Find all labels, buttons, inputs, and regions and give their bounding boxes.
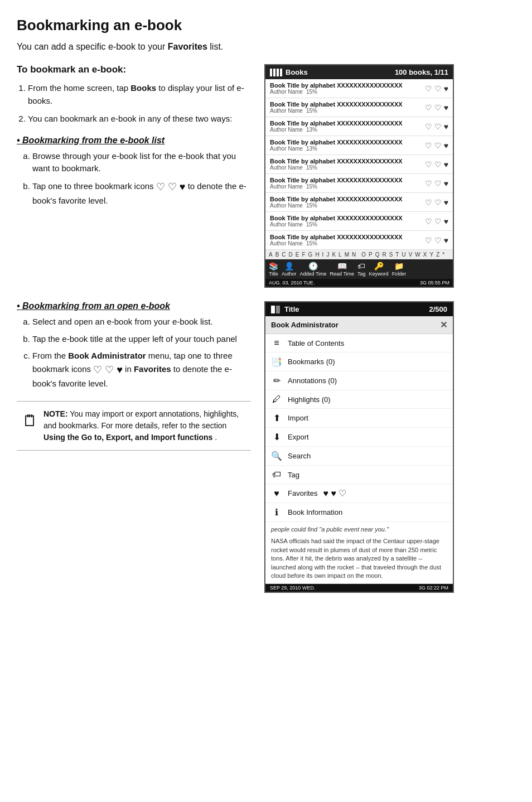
sub-step-1b: Tap one to three bookmark icons ♡ ♡ ♥ to…: [32, 180, 251, 207]
note-text: You may import or export annotations, hi…: [43, 409, 239, 430]
note-icon: 🗒: [22, 409, 38, 433]
bookmarks-icon: 📑: [271, 356, 282, 367]
note-bold-text: Using the Go to, Export, and Import func…: [43, 433, 212, 442]
menu-label-book-info: Book Information: [288, 508, 342, 516]
right-column-top: Books 100 books, 1/11 Book Title by alph…: [264, 64, 515, 288]
right-column-bottom: Title 2/500 Book Administrator ✕ ≡ Table…: [264, 301, 515, 593]
favorites-label: Favorites: [288, 489, 317, 497]
nav-tag[interactable]: 🏷 Tag: [357, 262, 366, 277]
main-layout: To bookmark an e-book: From the home scr…: [17, 64, 515, 288]
sub-step-2a: Select and open an e-book from your e-bo…: [32, 316, 251, 328]
list-item[interactable]: Book Title by alphabet XXXXXXXXXXXXXXXX …: [265, 136, 453, 155]
bottom-layout: • Bookmarking from an open e-book Select…: [17, 301, 515, 593]
device-books-title: Books: [286, 68, 308, 76]
note-end: .: [215, 433, 217, 442]
title-bar-icon: Title: [271, 305, 299, 313]
book-list: Book Title by alphabet XXXXXXXXXXXXXXXX …: [265, 79, 453, 250]
device-date-2: SEP 29, 2010 WED.: [270, 585, 315, 591]
menu-label-highlights: Highlights (0): [288, 395, 331, 404]
alpha-bar[interactable]: ABC DEF GHI JKL MN OPQ RST UVW XYZ *: [265, 250, 453, 259]
highlights-icon: 🖊: [271, 394, 282, 404]
menu-item-annotations[interactable]: ✏ Annotations (0): [265, 371, 453, 390]
list-item[interactable]: Book Title by alphabet XXXXXXXXXXXXXXXX …: [265, 155, 453, 174]
list-item[interactable]: Book Title by alphabet XXXXXXXXXXXXXXXX …: [265, 98, 453, 117]
nav-folder[interactable]: 📁 Folder: [392, 262, 407, 277]
nav-read-time[interactable]: 📖 Read Time: [330, 262, 355, 277]
favorites-heart-icons[interactable]: ♥ ♥ ♡: [323, 488, 346, 499]
device-header-books: Books 100 books, 1/11: [265, 65, 453, 79]
close-button[interactable]: ✕: [440, 320, 447, 330]
list-item[interactable]: Book Title by alphabet XXXXXXXXXXXXXXXX …: [265, 212, 453, 231]
info-icon: ℹ: [271, 507, 282, 518]
device2-header: Title 2/500: [265, 302, 453, 316]
device2-count: 2/500: [429, 305, 447, 313]
sub-list-2: Select and open an e-book from your e-bo…: [17, 316, 251, 390]
numbered-steps: From the home screen, tap Books to displ…: [17, 82, 251, 125]
menu-item-export[interactable]: ⬇ Export: [265, 428, 453, 447]
nav-keyword[interactable]: 🔑 Keyword: [369, 262, 389, 277]
note-box: 🗒 NOTE: You may import or export annotat…: [17, 401, 251, 451]
list-item[interactable]: Book Title by alphabet XXXXXXXXXXXXXXXX …: [265, 193, 453, 212]
note-label: NOTE:: [43, 409, 68, 418]
sub-list-1: Browse through your e-book list for the …: [17, 150, 251, 207]
book-administrator-row: Book Administrator ✕: [265, 316, 453, 334]
import-icon: ⬆: [271, 413, 282, 423]
menu-item-book-info[interactable]: ℹ Book Information: [265, 503, 453, 522]
device-nav-bar: 📚 Title 👤 Author 🕐 Added Time 📖 Read Tim…: [265, 259, 453, 279]
device-books-count: 100 books, 1/11: [395, 68, 448, 76]
book-administrator-label: Book Administrator: [271, 321, 338, 329]
bookmark-icons-2: ♡ ♡ ♥: [93, 363, 123, 378]
bullet-title-2: • Bookmarking from an open e-book: [17, 301, 251, 311]
page-title: Bookmarking an e-book: [17, 17, 515, 34]
search-icon: 🔍: [271, 451, 282, 461]
nav-title[interactable]: 📚 Title: [269, 262, 278, 277]
book-content-excerpt: people could find "a public event near y…: [265, 522, 453, 584]
list-item[interactable]: Book Title by alphabet XXXXXXXXXXXXXXXX …: [265, 231, 453, 250]
nav-author[interactable]: 👤 Author: [282, 262, 297, 277]
step-2: You can bookmark an e-book in any of the…: [28, 113, 251, 125]
device-status-bar-2: SEP 29, 2010 WED. 3G 02:22 PM: [265, 584, 453, 592]
menu-label-export: Export: [288, 433, 309, 441]
note-content: NOTE: You may import or export annotatio…: [43, 408, 245, 443]
menu-item-toc[interactable]: ≡ Table of Contents: [265, 334, 453, 352]
left-column-top: To bookmark an e-book: From the home scr…: [17, 64, 251, 218]
menu-item-tag[interactable]: 🏷 Tag: [265, 466, 453, 484]
menu-item-bookmarks[interactable]: 📑 Bookmarks (0): [265, 352, 453, 371]
sub-step-2b: Tap the e-book title at the upper left o…: [32, 333, 251, 346]
list-item[interactable]: Book Title by alphabet XXXXXXXXXXXXXXXX …: [265, 174, 453, 193]
bookmark-icons-1: ♡ ♡ ♥: [156, 180, 186, 195]
menu-label-import: Import: [288, 414, 308, 422]
device-time-2: 3G 02:22 PM: [419, 585, 448, 591]
left-column-bottom: • Bookmarking from an open e-book Select…: [17, 301, 251, 593]
device-screen-title: Title 2/500 Book Administrator ✕ ≡ Table…: [264, 301, 454, 593]
menu-label-annotations: Annotations (0): [288, 376, 337, 385]
nav-added-time[interactable]: 🕐 Added Time: [300, 262, 327, 277]
menu-item-search[interactable]: 🔍 Search: [265, 447, 453, 466]
list-item[interactable]: Book Title by alphabet XXXXXXXXXXXXXXXX …: [265, 79, 453, 98]
menu-item-import[interactable]: ⬆ Import: [265, 409, 453, 428]
device-status-bar-1: AUG. 03, 2010 TUE. 3G 05:55 PM: [265, 279, 453, 287]
menu-label-toc: Table of Contents: [288, 339, 344, 347]
favorites-row[interactable]: ♥ Favorites ♥ ♥ ♡: [265, 484, 453, 503]
section-heading: To bookmark an e-book:: [17, 64, 251, 75]
books-bar-icon: [270, 69, 282, 76]
tag-icon: 🏷: [271, 470, 282, 480]
menu-label-bookmarks: Bookmarks (0): [288, 357, 335, 366]
device-screen-books: Books 100 books, 1/11 Book Title by alph…: [264, 64, 454, 288]
toc-icon: ≡: [271, 338, 282, 348]
bullet-title-1: • Bookmarking from the e-book list: [17, 136, 251, 146]
list-item[interactable]: Book Title by alphabet XXXXXXXXXXXXXXXX …: [265, 117, 453, 136]
menu-label-search: Search: [288, 452, 311, 460]
device-time-1: 3G 05:55 PM: [420, 280, 449, 286]
device-date-1: AUG. 03, 2010 TUE.: [269, 280, 315, 286]
annotations-icon: ✏: [271, 375, 282, 386]
device2-title-label: Title: [284, 305, 299, 313]
sub-step-1a: Browse through your e-book list for the …: [32, 150, 251, 175]
export-icon: ⬇: [271, 432, 282, 442]
menu-label-tag: Tag: [288, 471, 299, 479]
bullet-section-1: • Bookmarking from the e-book list Brows…: [17, 136, 251, 207]
bullet-section-2: • Bookmarking from an open e-book Select…: [17, 301, 251, 390]
menu-item-highlights[interactable]: 🖊 Highlights (0): [265, 390, 453, 409]
favorites-icon: ♥: [271, 489, 282, 499]
step-1: From the home screen, tap Books to displ…: [28, 82, 251, 107]
